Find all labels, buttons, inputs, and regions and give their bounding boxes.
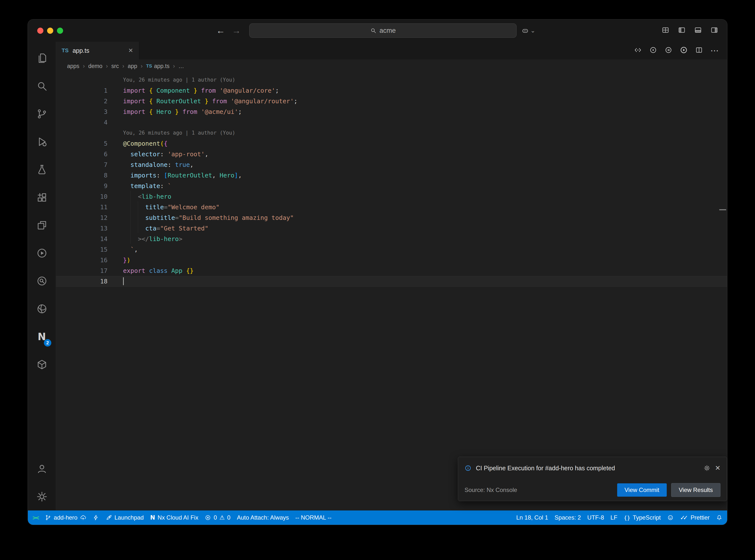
editor-actions: ⋯ (634, 42, 727, 59)
code-line[interactable]: 4 (56, 117, 727, 128)
breadcrumb-item[interactable]: src (111, 63, 119, 69)
status-nx-cloud-fix[interactable]: N Nx Cloud AI Fix (147, 511, 201, 525)
code-line[interactable]: 9 template: ` (56, 181, 727, 191)
line-number: 1 (56, 85, 123, 96)
code-line[interactable]: 11 title="Welcmoe demo" (56, 202, 727, 213)
play-circle-icon[interactable] (28, 239, 56, 267)
tab-app-ts[interactable]: TS app.ts ✕ (56, 42, 139, 59)
code-line[interactable]: 13 cta="Get Started" (56, 223, 727, 234)
line-number: 4 (56, 117, 123, 128)
code-line[interactable]: 6 selector: 'app-root', (56, 149, 727, 159)
line-number: 12 (56, 213, 123, 223)
code-line[interactable]: 18 (56, 276, 727, 287)
status-bar: >< add-hero Launchpad N Nx Cloud AI Fix … (28, 511, 727, 525)
view-commit-button[interactable]: View Commit (617, 483, 667, 497)
breadcrumb-item[interactable]: app (128, 63, 137, 69)
run-icon[interactable] (680, 46, 688, 55)
status-auto-attach[interactable]: Auto Attach: Always (234, 511, 292, 525)
line-number: 10 (56, 191, 123, 202)
toggle-right-sidebar-icon[interactable] (710, 26, 718, 35)
zoom-window-button[interactable] (57, 27, 63, 34)
status-prettier[interactable]: ✓✓ Prettier (677, 511, 713, 525)
breadcrumb-item[interactable]: apps (67, 63, 79, 69)
minimize-window-button[interactable] (47, 27, 53, 34)
code-line[interactable]: 16}) (56, 255, 727, 265)
code-editor[interactable]: You, 26 minutes ago | 1 author (You)1imp… (56, 73, 727, 511)
info-icon (464, 465, 472, 472)
source-control-icon[interactable] (28, 100, 56, 128)
breadcrumb-item[interactable]: TSapp.ts (146, 63, 170, 69)
code-line[interactable]: 14 ></lib-hero> (56, 234, 727, 244)
status-indentation[interactable]: Spaces: 2 (551, 511, 584, 525)
line-number: 6 (56, 149, 123, 159)
remote-indicator[interactable]: >< (29, 511, 42, 525)
blame-annotation-row[interactable]: You, 26 minutes ago | 1 author (You) (56, 75, 727, 85)
code-line[interactable]: 17export class App {} (56, 265, 727, 276)
status-encoding[interactable]: UTF-8 (584, 511, 607, 525)
breadcrumb-separator: › (122, 63, 124, 69)
account-icon[interactable] (28, 455, 56, 483)
status-branch[interactable]: add-hero (42, 511, 90, 525)
view-results-button[interactable]: View Results (671, 483, 720, 497)
line-number (56, 128, 123, 138)
code-line[interactable]: 3import { Hero } from '@acme/ui'; (56, 106, 727, 117)
status-eol[interactable]: LF (607, 511, 621, 525)
testing-icon[interactable] (28, 156, 56, 183)
run-file-icon[interactable] (664, 46, 672, 55)
double-check-icon: ✓✓ (680, 514, 688, 521)
code-line[interactable]: 8 imports: [RouterOutlet, Hero], (56, 170, 727, 181)
layout-controls (661, 26, 727, 35)
code-line[interactable]: 15 `, (56, 244, 727, 255)
feedback-smiley-icon[interactable] (664, 511, 677, 525)
customize-layout-icon[interactable] (661, 26, 670, 35)
code-line[interactable]: 2import { RouterOutlet } from '@angular/… (56, 96, 727, 106)
braces-icon: {} (624, 515, 631, 521)
settings-gear-icon[interactable] (28, 483, 56, 511)
toggle-left-sidebar-icon[interactable] (678, 26, 686, 35)
navigate-back-button[interactable]: ← (213, 25, 229, 36)
breadcrumb-item[interactable]: … (178, 63, 184, 69)
browser-icon[interactable] (28, 295, 56, 323)
windows-icon[interactable] (28, 211, 56, 239)
notification-source: Source: Nx Console (464, 486, 613, 494)
line-number: 9 (56, 181, 123, 191)
more-actions-icon[interactable]: ⋯ (710, 46, 719, 55)
status-language[interactable]: {} TypeScript (621, 511, 664, 525)
toggle-panel-icon[interactable] (694, 26, 702, 35)
code-line[interactable]: 10 <lib-hero (56, 191, 727, 202)
command-center-search[interactable]: acme (249, 23, 517, 38)
code-line[interactable]: 5@Component({ (56, 138, 727, 149)
split-editor-icon[interactable] (695, 46, 703, 55)
run-debug-icon[interactable] (28, 128, 56, 156)
notifications-bell-icon[interactable] (713, 511, 726, 525)
notification-close-icon[interactable]: ✕ (715, 464, 720, 472)
status-vim-mode: -- NORMAL -- (292, 511, 335, 525)
nx-console-icon[interactable] (634, 46, 642, 55)
line-number: 18 (56, 276, 123, 286)
line-number: 11 (56, 202, 123, 213)
close-window-button[interactable] (37, 27, 43, 34)
code-line[interactable]: 12 subtitle="Build something amazing tod… (56, 213, 727, 223)
copilot-menu[interactable]: ⌄ (521, 27, 535, 34)
blame-annotation-row[interactable]: You, 26 minutes ago | 1 author (You) (56, 128, 727, 138)
lightning-icon[interactable] (90, 511, 102, 525)
notification-settings-gear-icon[interactable] (703, 465, 710, 472)
explorer-icon[interactable] (28, 44, 56, 72)
close-tab-icon[interactable]: ✕ (128, 47, 133, 54)
code-line[interactable]: 7 standalone: true, (56, 159, 727, 170)
breadcrumb-separator: › (141, 63, 142, 69)
status-launchpad[interactable]: Launchpad (102, 511, 147, 525)
status-cursor-position[interactable]: Ln 18, Col 1 (513, 511, 551, 525)
search-sidebar-icon[interactable] (28, 72, 56, 100)
navigate-forward-button[interactable]: → (229, 25, 244, 36)
code-line[interactable]: 1import { Component } from '@angular/cor… (56, 85, 727, 96)
breadcrumb-separator: › (173, 63, 175, 69)
package-icon[interactable] (28, 351, 56, 378)
target-icon[interactable] (649, 46, 657, 55)
nx-icon[interactable]: N 2 (28, 323, 56, 351)
code-search-icon[interactable] (28, 267, 56, 295)
breadcrumb-item[interactable]: demo (88, 63, 103, 69)
status-problems[interactable]: 0 ⚠ 0 (201, 511, 234, 525)
extensions-icon[interactable] (28, 183, 56, 211)
scrollbar-marker[interactable] (719, 209, 726, 210)
